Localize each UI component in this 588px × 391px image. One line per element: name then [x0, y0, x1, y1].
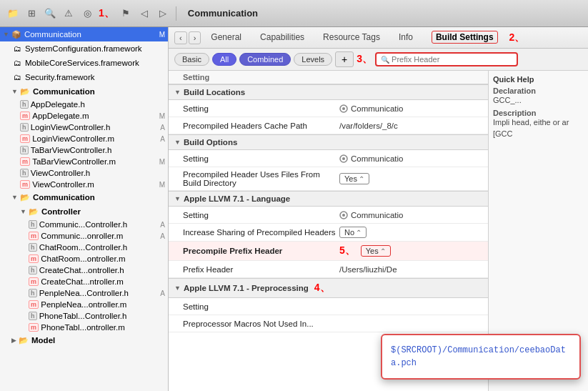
filter-bar: Basic All Combined Levels + 3、 🔍 [169, 49, 588, 71]
sidebar-label: Communication [33, 87, 165, 96]
setting-row: Preprocessor Macros Not Used In... [169, 315, 488, 332]
m-file-icon: m [29, 232, 39, 240]
framework-icon: 🗂 [11, 71, 23, 83]
m-file-icon: m [20, 134, 30, 143]
forward-icon[interactable]: ▷ [156, 6, 170, 21]
sidebar-item-appdelegate-m[interactable]: m AppDelegate.m M [0, 110, 168, 122]
sidebar-item-controller[interactable]: ▼ 📂 Controller [0, 204, 168, 219]
folder-yellow-icon: 📂 [18, 335, 29, 346]
filter-all-button[interactable]: All [212, 53, 236, 66]
tab-bar: ‹ › General Capabilities Resource Tags I… [169, 27, 588, 49]
tab-info[interactable]: Info [390, 29, 422, 46]
build-settings-label: Build Settings [436, 32, 494, 42]
sidebar-badge: M [159, 158, 165, 166]
sidebar-label: CreateChat...ontroller.h [39, 266, 165, 274]
prefix-header-input[interactable] [392, 55, 512, 64]
toolbar: 📁 ⊞ 🔍 ⚠ ◎ 1、 ⚑ ◁ ▷ Communication [0, 0, 588, 27]
sidebar-item-appdelegate-h[interactable]: h AppDelegate.h [0, 99, 168, 110]
setting-name-prefix-header: Prefix Header [174, 265, 339, 274]
project-icon: 📦 [11, 29, 22, 40]
sidebar-item-model[interactable]: ▶ 📂 Model [0, 333, 168, 347]
setting-row: Increase Sharing of Precompiled Headers … [169, 224, 488, 242]
h-file-icon: h [20, 123, 29, 132]
sidebar-item-communication-project[interactable]: ▼ 📦 Communication M [0, 27, 168, 41]
flag-icon[interactable]: ⚑ [119, 6, 133, 21]
sidebar-item-security[interactable]: 🗂 Security.framework [0, 70, 168, 84]
sidebar-badge: M [159, 112, 165, 120]
sidebar-label: Communic...onroller.m [41, 232, 159, 240]
section-build-locations[interactable]: ▼ Build Locations [169, 84, 488, 100]
sidebar-label: LoginViewController.m [32, 134, 159, 143]
sidebar-label: MobileCoreServices.framework [25, 59, 165, 67]
sidebar-item-phonetabl-h[interactable]: h PhoneTabl...Controller.h [0, 310, 168, 322]
sidebar-item-tabarvc-m[interactable]: m TaBarViewController.m M [0, 156, 168, 167]
disclosure-icon: ▶ [11, 337, 16, 344]
sidebar-item-vc-m[interactable]: m ViewController.m M [0, 179, 168, 190]
sidebar-badge: M [159, 31, 165, 39]
main-layout: ▼ 📦 Communication M 🗂 SystemConfiguratio… [0, 27, 588, 391]
sidebar-item-phonetabl-m[interactable]: m PhoneTabl...ontroller.m [0, 322, 168, 333]
sidebar-label: TaBarViewController.h [31, 146, 165, 154]
tab-back-button[interactable]: ‹ [174, 31, 187, 44]
grid-icon[interactable]: ⊞ [24, 6, 39, 21]
search-field[interactable]: 🔍 [375, 52, 518, 66]
sidebar-badge: A [160, 289, 165, 297]
sidebar-label: ChatRoom...Controller.h [39, 243, 165, 252]
no-stepper[interactable]: No ⌃ [339, 227, 367, 238]
section-llvm-preprocessing[interactable]: ▼ Apple LLVM 7.1 - Preprocessing 4、 [169, 278, 488, 298]
triangle-icon: ▼ [174, 89, 181, 96]
tab-general[interactable]: General [202, 29, 250, 46]
sidebar-label: Communication [33, 193, 165, 202]
section-llvm-language[interactable]: ▼ Apple LLVM 7.1 - Language [169, 191, 488, 207]
folder-icon[interactable]: 📁 [6, 6, 20, 21]
sidebar-item-communication-group2[interactable]: ▼ 📂 Communication [0, 190, 168, 204]
quick-help-description-label: Description [493, 109, 584, 117]
tab-capabilities[interactable]: Capabilities [251, 29, 313, 46]
add-setting-button[interactable]: + [335, 51, 354, 67]
annotation-2: 2、 [509, 31, 525, 44]
filter-basic-button[interactable]: Basic [174, 53, 209, 66]
filter-levels-button[interactable]: Levels [294, 53, 332, 66]
search-icon[interactable]: 🔍 [43, 6, 57, 21]
sidebar-badge: A [160, 221, 165, 229]
yes-stepper-highlight[interactable]: Yes ⌃ [361, 245, 391, 257]
sidebar-item-sysconfiguartion[interactable]: 🗂 SystemConfiguration.framework [0, 41, 168, 56]
sidebar-item-loginvc-m[interactable]: m LoginViewController.m A [0, 133, 168, 144]
sidebar-item-tabarvc-h[interactable]: h TaBarViewController.h [0, 144, 168, 156]
back-icon[interactable]: ◁ [137, 6, 151, 21]
m-file-icon: m [29, 300, 39, 309]
setting-value: Communicatio [339, 154, 482, 163]
sidebar-item-loginvc-h[interactable]: h LoginViewController.h A [0, 122, 168, 133]
col-setting-header: Setting [174, 73, 339, 81]
m-file-icon: m [20, 157, 30, 166]
tab-forward-button[interactable]: › [189, 31, 201, 44]
sidebar-item-chatroom-ctrl-h[interactable]: h ChatRoom...Controller.h [0, 242, 168, 253]
setting-name: Increase Sharing of Precompiled Headers [174, 228, 339, 237]
sidebar-label: TaBarViewController.m [32, 157, 157, 166]
tab-build-settings[interactable]: Build Settings [423, 29, 507, 46]
sidebar-item-penpleneea-h[interactable]: h PenpleNea...Controller.h A [0, 287, 168, 299]
h-file-icon: h [29, 312, 37, 320]
sidebar-item-communication-group[interactable]: ▼ 📂 Communication [0, 84, 168, 99]
warning-icon[interactable]: ⚠ [61, 6, 76, 21]
setting-row-prefix-header: Prefix Header /Users/liuzhi/De [169, 261, 488, 278]
yes-stepper[interactable]: Yes ⌃ [339, 173, 369, 184]
sidebar-item-communic-ctrl-h[interactable]: h Communic...Controller.h A [0, 219, 168, 230]
m-file-icon: m [29, 323, 39, 332]
quick-help-declaration-value: GCC_... [493, 95, 584, 106]
tab-resource-tags[interactable]: Resource Tags [314, 29, 389, 46]
setting-value-prefix-header: /Users/liuzhi/De [339, 265, 482, 274]
sidebar-item-penpleneea-m[interactable]: m PenpleNea...ontroller.m [0, 299, 168, 310]
sidebar-item-communic-ctrl-m[interactable]: m Communic...onroller.m A [0, 230, 168, 242]
h-file-icon: h [29, 243, 37, 252]
setting-name: Setting [174, 211, 339, 219]
sidebar-item-vc-h[interactable]: h ViewController.h [0, 167, 168, 179]
sidebar-item-createchat-m[interactable]: m CreateChat...ntroller.m [0, 276, 168, 287]
sidebar-item-createchat-h[interactable]: h CreateChat...ontroller.h [0, 264, 168, 276]
sidebar-item-chatroom-ctrl-m[interactable]: m ChatRoom...ontroller.m [0, 253, 168, 264]
target-icon[interactable]: ◎ [80, 6, 94, 21]
m-file-icon: m [20, 180, 30, 189]
section-build-options[interactable]: ▼ Build Options [169, 134, 488, 150]
filter-combined-button[interactable]: Combined [239, 53, 291, 66]
sidebar-item-mobilecoreservices[interactable]: 🗂 MobileCoreServices.framework [0, 56, 168, 70]
